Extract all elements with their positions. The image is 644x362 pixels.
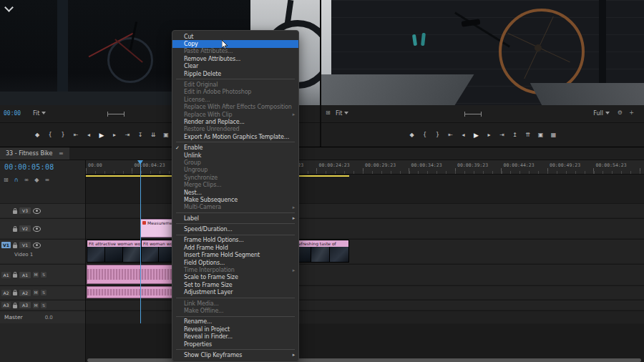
track-badge[interactable]: V1 [19, 242, 31, 248]
settings-wrench-icon[interactable]: ⚙ [618, 109, 623, 116]
lock-icon[interactable] [13, 274, 17, 278]
mark-in-button[interactable]: { [45, 132, 55, 138]
track-badge[interactable]: A1 [19, 272, 31, 278]
add-marker-icon[interactable]: ◆ [34, 177, 39, 183]
horizontal-scrollbar[interactable] [87, 358, 641, 362]
lock-icon[interactable] [13, 245, 17, 248]
comparison-view-button[interactable]: ▦ [549, 132, 559, 138]
mark-out-button[interactable]: } [433, 132, 443, 138]
lock-icon[interactable] [13, 292, 17, 295]
extract-button[interactable]: ⇈ [523, 132, 533, 138]
export-frame-button[interactable]: ▣ [536, 132, 546, 138]
panel-menu-icon[interactable]: ≡ [59, 150, 64, 157]
go-to-out-button[interactable]: ⇥ [497, 132, 507, 138]
track-v3-lane[interactable] [86, 203, 644, 217]
lift-button[interactable]: ↥ [510, 132, 520, 138]
menu-item-make-subsequence[interactable]: Make Subsequence [172, 196, 298, 203]
timeline-settings-icon[interactable]: ≡ [44, 177, 49, 183]
menu-item-reveal-in-finder[interactable]: Reveal in Finder... [172, 333, 298, 340]
source-patch-v1[interactable]: V1 [1, 242, 11, 248]
add-marker-button[interactable]: ◆ [407, 132, 417, 138]
export-frame-button[interactable]: ▣ [161, 132, 171, 138]
linked-selection-icon[interactable]: ∞ [24, 177, 29, 183]
playhead-line[interactable] [140, 160, 141, 323]
track-a3-lane[interactable] [86, 300, 644, 310]
menu-item-nest[interactable]: Nest... [172, 189, 298, 196]
mute-button[interactable]: M [33, 290, 39, 295]
menu-item-remove-attributes[interactable]: Remove Attributes... [172, 55, 298, 62]
menu-item-show-clip-keyframes[interactable]: Show Clip Keyframes▸ [172, 351, 298, 358]
timeline-ruler[interactable]: 00:0000:00:04:2300:00:09:2300:00:14:2300… [86, 160, 644, 175]
button-editor-icon[interactable]: + [629, 109, 634, 116]
track-badge[interactable]: V2 [19, 225, 31, 232]
menu-item-field-options[interactable]: Field Options... [172, 259, 298, 266]
overwrite-button[interactable]: ⇊ [148, 132, 158, 138]
mark-out-button[interactable]: } [58, 132, 68, 138]
display-mode-icon[interactable]: ⊞ [326, 109, 331, 116]
menu-item-label[interactable]: Label▸ [172, 215, 298, 222]
source-patch-a3[interactable]: A3 [1, 302, 11, 308]
menu-item-render-and-replace[interactable]: Render and Replace... [172, 118, 298, 125]
menu-item-scale-to-frame-size[interactable]: Scale to Frame Size [172, 274, 298, 281]
solo-button[interactable]: S [41, 303, 47, 308]
lock-icon[interactable] [13, 305, 17, 308]
menu-item-rename[interactable]: Rename... [172, 318, 298, 326]
go-to-in-button[interactable]: ⇤ [446, 132, 456, 138]
play-button[interactable]: ▶ [97, 132, 107, 139]
go-to-out-button[interactable]: ⇥ [122, 132, 132, 138]
insert-button[interactable]: ↧ [135, 132, 145, 138]
program-zoom-select[interactable]: Fit [336, 110, 348, 117]
source-timecode[interactable]: 00:00 [4, 110, 21, 117]
source-patch-slot[interactable] [1, 225, 11, 232]
menu-item-properties[interactable]: Properties [172, 341, 298, 348]
mark-in-button[interactable]: { [420, 132, 430, 138]
lock-icon[interactable] [13, 210, 17, 214]
menu-item-unlink[interactable]: Unlink [172, 152, 298, 159]
track-badge[interactable]: A2 [19, 290, 31, 296]
track-badge[interactable]: A3 [19, 302, 31, 308]
step-forward-button[interactable]: ▸ [109, 132, 119, 138]
source-patch-a1[interactable]: A1 [1, 272, 11, 278]
playback-resolution-select[interactable]: Full [593, 110, 610, 117]
mute-button[interactable]: M [33, 272, 39, 278]
eye-icon[interactable] [33, 208, 41, 214]
solo-button[interactable]: S [41, 290, 47, 295]
step-back-button[interactable]: ◂ [459, 132, 469, 138]
source-zoom-select[interactable]: Fit [33, 110, 46, 117]
solo-button[interactable]: S [41, 272, 47, 278]
menu-item-enable[interactable]: Enable✓ [172, 144, 298, 151]
track-badge[interactable]: V3 [19, 207, 31, 214]
clip-fit-attractive-woman[interactable]: Fit attractive woman wor [87, 240, 141, 263]
menu-item-set-to-frame-size[interactable]: Set to Frame Size [172, 281, 298, 288]
master-track-lane[interactable] [86, 310, 644, 323]
menu-item-copy[interactable]: Copy [172, 40, 298, 47]
menu-item-export-as-motion-graphics-template[interactable]: Export As Motion Graphics Template... [172, 133, 298, 140]
menu-item-reveal-in-project[interactable]: Reveal in Project [172, 326, 298, 333]
menu-item-add-frame-hold[interactable]: Add Frame Hold [172, 244, 298, 251]
timeline-tab[interactable]: 33 - Fitness Bike ≡ [0, 147, 69, 160]
source-patch-slot[interactable] [1, 207, 11, 214]
menu-item-clear[interactable]: Clear [172, 63, 298, 70]
insert-overwrite-toggle-icon[interactable]: ⊞ [4, 177, 9, 183]
playhead-marker[interactable] [137, 160, 143, 167]
eye-icon[interactable] [33, 243, 41, 248]
go-to-in-button[interactable]: ⇤ [71, 132, 81, 138]
master-gain-value[interactable]: 0.0 [45, 315, 53, 321]
step-forward-button[interactable]: ▸ [484, 132, 494, 138]
menu-item-insert-frame-hold-segment[interactable]: Insert Frame Hold Segment [172, 252, 298, 259]
source-zoom-scrollbar[interactable] [107, 112, 125, 117]
eye-icon[interactable] [33, 226, 41, 232]
snap-icon[interactable]: ∩ [14, 177, 19, 183]
play-button[interactable]: ▶ [472, 132, 482, 139]
menu-item-speed-duration[interactable]: Speed/Duration... [172, 225, 298, 233]
add-marker-button[interactable]: ◆ [32, 132, 42, 138]
program-zoom-scrollbar[interactable] [464, 112, 482, 117]
menu-item-adjustment-layer[interactable]: Adjustment Layer [172, 289, 298, 296]
source-patch-a2[interactable]: A2 [1, 290, 11, 296]
lock-icon[interactable] [13, 228, 17, 232]
menu-item-ripple-delete[interactable]: Ripple Delete [172, 70, 298, 77]
menu-item-cut[interactable]: Cut [172, 33, 298, 40]
sequence-timecode[interactable]: 00:00:05:08 [4, 163, 54, 171]
step-back-button[interactable]: ◂ [84, 132, 94, 138]
menu-item-frame-hold-options[interactable]: Frame Hold Options... [172, 237, 298, 244]
